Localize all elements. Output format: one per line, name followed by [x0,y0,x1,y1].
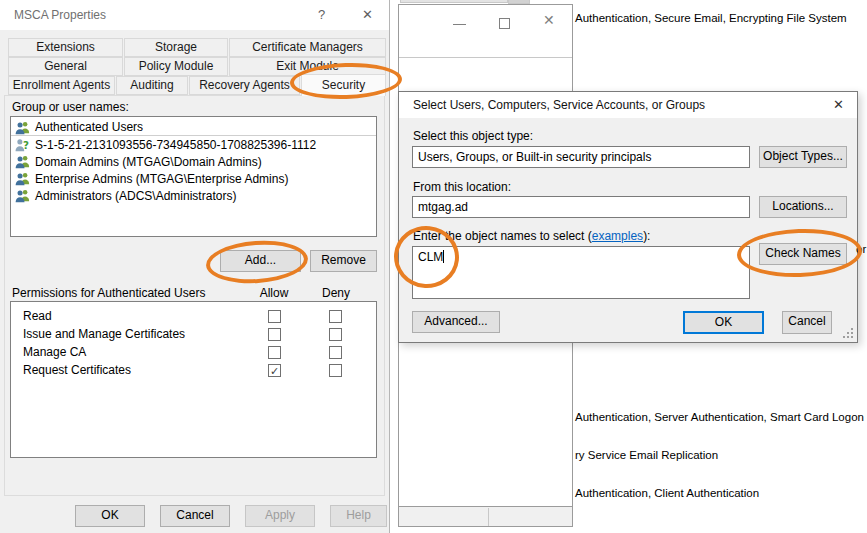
unknown-user-icon: ? [15,137,30,152]
permission-label: Read [23,309,52,323]
group-name: Enterprise Admins (MTGAG\Enterprise Admi… [35,172,288,186]
permission-row-manage-ca: Manage CA [11,345,376,362]
screen: Authentication, Secure Email, Encrypting… [0,0,867,533]
object-type-label: Select this object type: [413,129,533,143]
list-item-administrators[interactable]: Administrators (ADCS\Administrators) [11,187,376,204]
users-group-icon [15,154,30,169]
list-item-domain-admins[interactable]: Domain Admins (MTGAG\Domain Admins) [11,153,376,170]
allow-header: Allow [256,286,292,300]
users-group-icon [15,188,30,203]
help-icon[interactable]: ? [318,7,325,22]
permissions-label: Permissions for Authenticated Users [12,286,205,300]
permission-row-issue-manage: Issue and Manage Certificates [11,327,376,344]
allow-checkbox-request-certificates[interactable]: ✓ [268,364,281,377]
tab-extensions[interactable]: Extensions [8,38,123,57]
object-names-input[interactable]: CLM [412,246,750,299]
deny-checkbox-manage-ca[interactable] [329,346,342,359]
permission-row-request-certificates: Request Certificates ✓ [11,363,376,380]
allow-checkbox-read[interactable] [268,310,281,323]
permissions-list: Read Issue and Manage Certificates Manag… [10,301,377,458]
tab-auditing[interactable]: Auditing [116,76,188,95]
object-names-label-suffix: ): [643,229,650,243]
list-item-unknown-sid[interactable]: ? S-1-5-21-2131093556-734945850-17088253… [11,136,376,153]
select-users-dialog: Select Users, Computers, Service Account… [398,91,858,343]
group-user-list: Authenticated Users ? S-1-5-21-213109355… [10,116,377,237]
title-bar: Select Users, Computers, Service Account… [399,92,857,118]
permission-row-read: Read [11,309,376,326]
locations-button[interactable]: Locations... [759,196,847,218]
tab-enrollment-agents[interactable]: Enrollment Agents [8,76,115,95]
deny-header: Deny [318,286,354,300]
cancel-button[interactable]: Cancel [782,311,832,334]
resize-grip-icon[interactable] [843,328,853,338]
tab-certificate-managers[interactable]: Certificate Managers [229,38,386,57]
tab-general[interactable]: General [8,57,123,76]
title-bar: MSCA Properties ? ✕ [0,0,389,30]
group-list-label: Group or user names: [12,100,129,114]
object-type-field[interactable]: Users, Groups, or Built-in security prin… [412,146,750,168]
advanced-button[interactable]: Advanced... [412,311,500,333]
group-name: Administrators (ADCS\Administrators) [35,189,236,203]
dialog-title: Select Users, Computers, Service Account… [413,98,705,112]
ok-button[interactable]: OK [75,505,145,527]
maximize-icon[interactable] [499,18,510,29]
deny-checkbox-request-certificates[interactable] [329,364,342,377]
list-item-authenticated-users[interactable]: Authenticated Users [11,119,376,136]
users-group-icon [15,171,30,186]
close-icon[interactable]: ✕ [362,7,373,22]
group-name: Authenticated Users [35,120,143,134]
list-item-enterprise-admins[interactable]: Enterprise Admins (MTGAG\Enterprise Admi… [11,170,376,187]
deny-checkbox-read[interactable] [329,310,342,323]
group-name: S-1-5-21-2131093556-734945850-1708825396… [35,138,316,152]
permission-label: Issue and Manage Certificates [23,327,185,341]
deny-checkbox-issue-manage[interactable] [329,328,342,341]
window-footer [399,506,572,526]
tab-policy-module[interactable]: Policy Module [124,57,228,76]
ok-button[interactable]: OK [683,311,764,334]
allow-checkbox-manage-ca[interactable] [268,346,281,359]
location-label: From this location: [413,180,511,194]
help-button[interactable]: Help [330,505,387,527]
dialog-title: MSCA Properties [14,8,106,22]
location-field[interactable]: mtgag.ad [412,196,750,218]
users-group-icon [15,120,30,135]
background-text-line: Authentication, Secure Email, Encrypting… [575,12,847,24]
window-divider [399,57,572,58]
remove-button[interactable]: Remove [310,250,377,272]
close-icon[interactable]: ✕ [833,97,844,112]
cancel-button[interactable]: Cancel [160,505,230,527]
allow-checkbox-issue-manage[interactable] [268,328,281,341]
background-text-line: Authentication, Server Authentication, S… [575,411,864,423]
background-window-edge [400,0,508,3]
footer-divider [488,508,489,526]
minimize-icon[interactable] [453,24,466,25]
object-types-button[interactable]: Object Types... [759,146,847,168]
permission-label: Request Certificates [23,363,131,377]
examples-link[interactable]: examples [592,229,643,243]
background-text-line: Authentication, Client Authentication [575,487,759,499]
group-name: Domain Admins (MTGAG\Domain Admins) [35,155,262,169]
svg-text:?: ? [23,139,29,151]
background-text-line: ry Service Email Replication [575,449,718,461]
close-icon[interactable]: ✕ [543,12,555,28]
permission-label: Manage CA [23,345,86,359]
tab-storage[interactable]: Storage [124,38,228,57]
tab-recovery-agents[interactable]: Recovery Agents [189,76,300,95]
apply-button[interactable]: Apply [245,505,315,527]
